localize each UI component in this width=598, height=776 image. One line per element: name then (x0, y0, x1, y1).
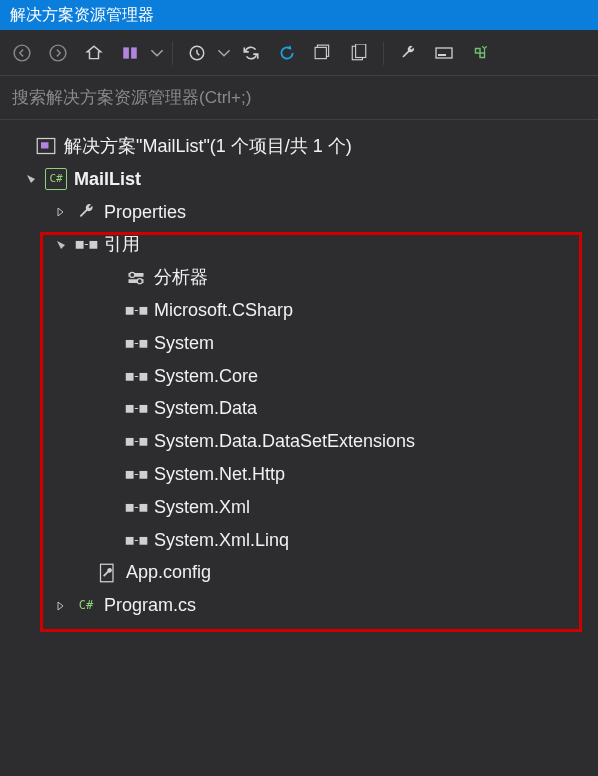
reference-icon: ■-■ (126, 530, 146, 550)
pending-changes-button[interactable] (464, 37, 496, 69)
analyzers-label: 分析器 (154, 263, 208, 292)
svg-point-0 (14, 45, 30, 61)
reference-item[interactable]: ■-■System.Net.Http (6, 458, 592, 491)
svg-rect-10 (438, 54, 446, 56)
csharp-project-icon: C# (46, 169, 66, 189)
properties-node[interactable]: Properties (6, 196, 592, 229)
switch-view-button[interactable] (114, 37, 146, 69)
svg-point-16 (137, 278, 142, 283)
reference-label: Microsoft.CSharp (154, 296, 293, 325)
config-icon (98, 563, 118, 583)
forward-button[interactable] (42, 37, 74, 69)
reference-icon: ■-■ (126, 399, 146, 419)
collapse-all-button[interactable] (307, 37, 339, 69)
properties-label: Properties (104, 198, 186, 227)
reference-item[interactable]: ■-■System.Data.DataSetExtensions (6, 425, 592, 458)
reference-icon: ■-■ (126, 300, 146, 320)
references-node[interactable]: ■-■ 引用 (6, 228, 592, 261)
project-node[interactable]: C# MailList (6, 163, 592, 196)
program-label: Program.cs (104, 591, 196, 620)
show-all-files-button[interactable] (343, 37, 375, 69)
separator (172, 41, 173, 65)
panel-titlebar: 解决方案资源管理器 (0, 0, 598, 30)
reference-item[interactable]: ■-■System.Core (6, 360, 592, 393)
reference-icon: ■-■ (126, 333, 146, 353)
chevron-down-icon[interactable] (24, 172, 38, 186)
csharp-file-icon: C# (76, 596, 96, 616)
reference-label: System.Xml.Linq (154, 526, 289, 555)
svg-point-15 (130, 272, 135, 277)
reference-item[interactable]: ■-■System.Xml (6, 491, 592, 524)
reference-label: System.Data.DataSetExtensions (154, 427, 415, 456)
history-button[interactable] (181, 37, 213, 69)
references-icon: ■-■ (76, 235, 96, 255)
solution-label: 解决方案"MailList"(1 个项目/共 1 个) (64, 132, 352, 161)
reference-label: System.Net.Http (154, 460, 285, 489)
preview-button[interactable] (428, 37, 460, 69)
reference-icon: ■-■ (126, 432, 146, 452)
properties-button[interactable] (392, 37, 424, 69)
reference-icon: ■-■ (126, 497, 146, 517)
svg-rect-12 (41, 143, 49, 149)
chevron-right-icon[interactable] (54, 205, 68, 219)
project-label: MailList (74, 165, 141, 194)
sync-button[interactable] (235, 37, 267, 69)
reference-label: System (154, 329, 214, 358)
search-input[interactable]: 搜索解决方案资源管理器(Ctrl+;) (0, 76, 598, 120)
panel-title: 解决方案资源管理器 (10, 5, 154, 26)
appconfig-label: App.config (126, 558, 211, 587)
reference-item[interactable]: ■-■Microsoft.CSharp (6, 294, 592, 327)
reference-item[interactable]: ■-■System.Xml.Linq (6, 524, 592, 557)
solution-node[interactable]: 解决方案"MailList"(1 个项目/共 1 个) (6, 130, 592, 163)
reference-label: System.Data (154, 394, 257, 423)
references-label: 引用 (104, 230, 140, 259)
history-dropdown[interactable] (217, 37, 231, 69)
reference-icon: ■-■ (126, 366, 146, 386)
wrench-icon (76, 202, 96, 222)
svg-point-1 (50, 45, 66, 61)
analyzers-node[interactable]: 分析器 (6, 261, 592, 294)
reference-item[interactable]: ■-■System.Data (6, 392, 592, 425)
analyzers-icon (126, 268, 146, 288)
chevron-down-icon[interactable] (54, 238, 68, 252)
separator (383, 41, 384, 65)
solution-icon (36, 136, 56, 156)
back-button[interactable] (6, 37, 38, 69)
svg-rect-8 (356, 44, 366, 58)
reference-icon: ■-■ (126, 464, 146, 484)
svg-rect-3 (131, 47, 137, 58)
search-placeholder: 搜索解决方案资源管理器(Ctrl+;) (12, 86, 251, 109)
program-node[interactable]: C# Program.cs (6, 589, 592, 622)
svg-rect-6 (315, 47, 326, 58)
chevron-right-icon[interactable] (54, 599, 68, 613)
reference-label: System.Core (154, 362, 258, 391)
reference-item[interactable]: ■-■System (6, 327, 592, 360)
switch-view-dropdown[interactable] (150, 37, 164, 69)
solution-tree[interactable]: 解决方案"MailList"(1 个项目/共 1 个) C# MailList … (0, 120, 598, 632)
refresh-button[interactable] (271, 37, 303, 69)
toolbar (0, 30, 598, 76)
svg-rect-2 (123, 47, 129, 58)
appconfig-node[interactable]: App.config (6, 556, 592, 589)
reference-label: System.Xml (154, 493, 250, 522)
home-button[interactable] (78, 37, 110, 69)
svg-rect-9 (436, 48, 452, 58)
